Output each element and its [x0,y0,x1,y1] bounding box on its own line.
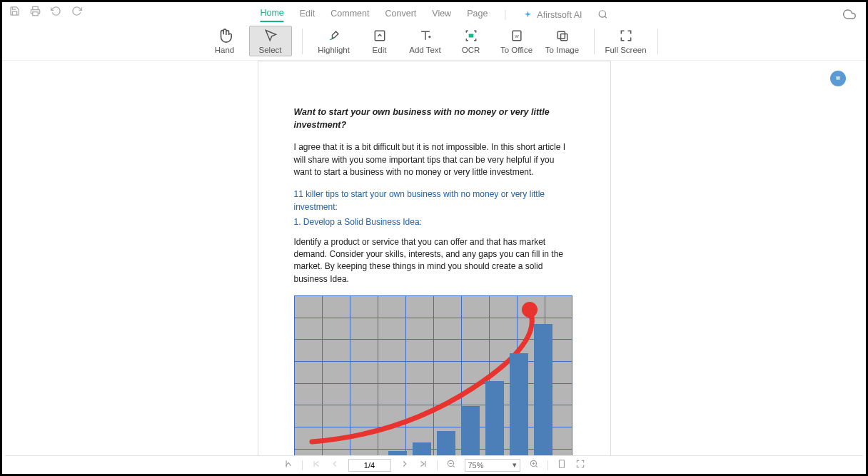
chart-bar [534,324,552,455]
cursor-icon [263,28,278,44]
svg-text:W: W [836,76,841,81]
convert-word-float-icon[interactable]: W [830,71,846,86]
page-layout-icon[interactable] [557,459,567,471]
tool-label: Full Screen [605,46,646,54]
chart-bar [485,381,504,455]
highlight-icon [326,28,342,44]
doc-paragraph: Identify a product or service that you c… [294,236,575,286]
doc-title: Want to start your own business with no … [294,106,575,131]
tool-label: Select [259,46,282,54]
trend-curve [294,295,572,455]
tab-home[interactable]: Home [260,8,283,22]
ocr-icon [463,28,479,44]
svg-point-1 [599,10,605,16]
page-end-icon[interactable] [418,459,428,471]
chart-bar [461,406,480,455]
svg-line-20 [535,465,537,467]
tab-edit[interactable]: Edit [300,9,316,21]
next-page-icon[interactable] [400,459,410,471]
svg-rect-21 [559,460,564,468]
first-page-icon[interactable] [283,459,293,471]
svg-point-9 [522,302,538,318]
tool-highlight[interactable]: Highlight [313,28,355,54]
tool-addtext[interactable]: Add Text [404,28,447,54]
svg-rect-3 [375,31,384,40]
save-icon[interactable] [9,6,20,19]
ribbon-divider [594,29,595,54]
svg-rect-7 [557,31,565,39]
document-page: Want to start your own business with no … [258,61,611,455]
edit-icon [372,28,388,44]
hand-icon [217,28,233,44]
chart-bar [510,353,528,455]
ribbon-divider [302,29,303,54]
tab-comment[interactable]: Comment [330,9,369,21]
chart-bar [413,442,431,455]
tool-label: Edit [373,46,387,54]
svg-text:W: W [515,34,519,39]
tab-view[interactable]: View [432,9,451,21]
toimage-icon [555,28,570,44]
tool-toimage[interactable]: To Image [541,28,584,54]
tab-page[interactable]: Page [467,9,488,21]
addtext-icon [418,28,433,44]
tooffice-icon: W [509,28,525,44]
chevron-down-icon: ▾ [513,460,517,470]
tool-label: Hand [215,46,235,54]
zoom-out-icon[interactable] [446,459,456,471]
zoom-select[interactable]: 75%▾ [465,459,520,472]
prev-page-icon[interactable] [330,459,340,471]
doc-link-heading: 11 killer tips to start your own busines… [294,188,575,213]
svg-rect-8 [560,34,567,41]
chart-bar [437,431,455,455]
ribbon-divider [657,29,658,54]
tool-hand[interactable]: Hand [203,28,246,54]
svg-line-16 [453,465,454,467]
tool-edit[interactable]: Edit [358,28,401,54]
cloud-icon[interactable] [843,8,856,23]
tool-fullscreen[interactable]: Full Screen [605,28,647,54]
undo-icon[interactable] [51,6,61,19]
tab-convert[interactable]: Convert [385,9,417,21]
search-icon[interactable] [598,9,608,21]
tool-label: Add Text [409,46,441,54]
embedded-chart [294,295,572,455]
menu-divider [505,10,505,20]
tool-label: To Image [545,46,579,54]
tool-ocr[interactable]: OCR [450,28,493,54]
redo-icon[interactable] [71,6,82,19]
ai-label: Afirstsoft AI [537,10,582,20]
tool-label: To Office [500,46,533,54]
page-number-input[interactable] [348,459,391,472]
tool-label: Highlight [318,46,350,54]
zoom-in-icon[interactable] [529,459,539,471]
tool-tooffice[interactable]: W To Office [495,28,538,54]
print-icon[interactable] [30,6,41,19]
svg-rect-4 [468,34,473,38]
tool-select[interactable]: Select [249,26,292,56]
doc-subhead-1: 1. Develop a Solid Business Idea: [294,216,575,228]
sparkle-icon [523,10,533,20]
ai-button[interactable]: Afirstsoft AI [523,10,582,20]
tool-label: OCR [462,46,480,54]
svg-line-2 [605,16,607,18]
fit-screen-icon[interactable] [575,459,585,471]
doc-paragraph: I agree that it is a bit difficult but i… [294,141,575,178]
zoom-value: 75% [468,461,484,470]
svg-rect-0 [33,11,39,15]
page-start-icon[interactable] [311,459,321,471]
fullscreen-icon [618,28,634,44]
